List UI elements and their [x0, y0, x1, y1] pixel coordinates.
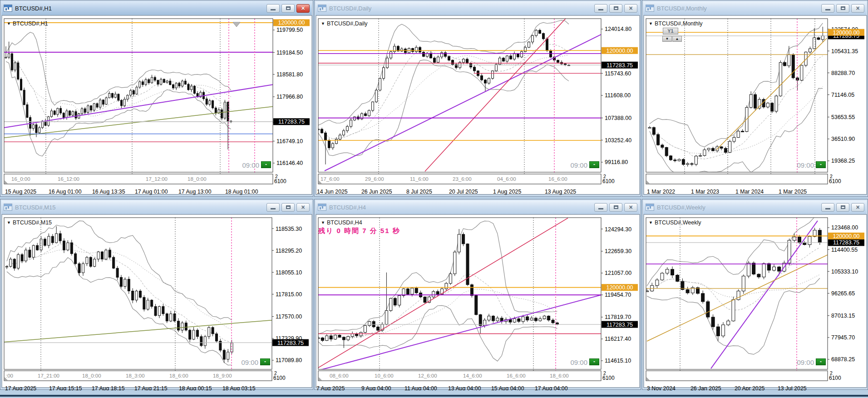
ea-minimize-chip[interactable]: -: [260, 358, 270, 365]
window-titlebar[interactable]: BTCUSD#,H4 ×: [316, 200, 640, 214]
minimize-button[interactable]: [266, 4, 280, 13]
minimize-button[interactable]: [821, 203, 834, 212]
y-axis-label: 117819.70: [605, 314, 631, 320]
ea-minimize-chip[interactable]: -: [589, 161, 599, 168]
maximize-icon: [286, 205, 291, 209]
y-axis-label: 88288.70: [831, 70, 855, 76]
subwindow-time-label: 18_0:00: [187, 176, 207, 182]
arrow-up-button[interactable]: ▲: [672, 36, 682, 42]
ea-minimize-chip[interactable]: -: [816, 161, 826, 168]
minimize-icon: [271, 208, 276, 209]
subwindow-time-label: 16_6:00: [507, 373, 526, 378]
maximize-button[interactable]: [836, 203, 849, 212]
window-titlebar[interactable]: BTCUSD#,Weekly ×: [643, 200, 867, 214]
close-button[interactable]: ×: [624, 4, 637, 13]
x-axis-label: 17 Aug 04:00: [535, 385, 568, 390]
window-title: BTCUSD#,Monthly: [657, 5, 819, 12]
chevron-down-icon: ▼: [321, 21, 325, 26]
session-time-label: 09:00: [782, 161, 814, 169]
maximize-button[interactable]: [609, 203, 622, 212]
y-axis-label: 117966.80: [276, 94, 303, 100]
maximize-button[interactable]: [609, 4, 622, 13]
maximize-button[interactable]: [836, 4, 849, 13]
y-axis-label: 121057.00: [605, 270, 631, 276]
y-axis-label: 119799.50: [276, 27, 303, 33]
minimize-button[interactable]: [821, 4, 834, 13]
price-marker: 117283.75: [828, 239, 864, 246]
minimize-button[interactable]: [266, 203, 280, 212]
subwindow-time-label: 10_6:00: [375, 373, 394, 378]
chart-canvas-weekly[interactable]: 123468.00114400.55105333.1096265.6587013…: [642, 199, 868, 390]
subwindow-time-label: 29_6:00: [365, 176, 384, 182]
x-axis-label: 16 Aug 01:00: [49, 189, 82, 195]
y-axis-label: 107388.00: [605, 115, 631, 121]
subwindow-scale-min: 6100: [273, 375, 286, 381]
y-axis-label: 71146.05: [831, 92, 854, 98]
symbol-label[interactable]: ▼BTCUSD#,H4: [321, 219, 362, 226]
close-button[interactable]: ×: [296, 203, 310, 212]
symbol-label[interactable]: ▼BTCUSD#,Monthly: [649, 20, 703, 27]
svg-text:120000.00: 120000.00: [278, 20, 305, 26]
window-titlebar[interactable]: BTCUSD#,Monthly ×: [643, 1, 867, 15]
y-axis-label: 124014.80: [605, 26, 631, 32]
window-titlebar[interactable]: BTCUSD#,M15 ×: [1, 200, 312, 214]
symbol-label[interactable]: ▼BTCUSD#,M15: [7, 219, 52, 226]
symbol-label[interactable]: ▼BTCUSD#,Daily: [321, 20, 368, 27]
x-axis-label: 16 Aug 13:35: [92, 189, 125, 195]
subwindow-time-label: 12_6:00: [418, 373, 437, 378]
x-axis-label: 17 Aug 2025: [5, 385, 36, 390]
minimize-button[interactable]: [594, 4, 607, 13]
session-time-label: 09:00: [227, 161, 259, 169]
x-axis-label: 3 Nov 2024: [647, 385, 676, 390]
close-icon: ×: [301, 204, 305, 210]
subwindow-time-label: 17_21:00: [38, 373, 59, 378]
window-titlebar[interactable]: BTCUSD#,Daily ×: [316, 1, 640, 15]
chart-window-icon: [318, 5, 326, 12]
ea-minimize-chip[interactable]: -: [261, 161, 271, 168]
arrow-down-button[interactable]: ▼: [662, 36, 672, 42]
maximize-button[interactable]: [281, 4, 295, 13]
workspace-bottom-edge: [0, 395, 868, 397]
session-time-label: 09:00: [227, 358, 258, 366]
price-marker: 120000.00: [828, 233, 864, 239]
subwindow-time-label: 11_6:00: [410, 176, 429, 182]
close-button[interactable]: ×: [296, 4, 310, 13]
subwindow-scale-min: 6100: [829, 178, 841, 184]
subwindow-time-label: 23_6:00: [453, 176, 472, 182]
chart-window-weekly: 123468.00114400.55105333.1096265.6587013…: [642, 199, 868, 390]
ea-minimize-chip[interactable]: -: [589, 358, 599, 365]
chart-window-icon: [646, 204, 654, 211]
svg-text:120000.00: 120000.00: [606, 284, 633, 291]
x-axis-label: 17 Aug 21:15: [134, 385, 168, 390]
y-axis-label: 118055.10: [276, 269, 302, 276]
ea-minimize-chip[interactable]: -: [816, 358, 826, 365]
y1-indicator-button[interactable]: Y1: [663, 28, 678, 35]
y-axis-label: 122659.30: [605, 248, 631, 254]
subwindow-time-label: 17_12:00: [146, 176, 168, 182]
x-axis-label: 1 Mar 2022: [647, 189, 675, 195]
price-marker: 120000.00: [828, 29, 864, 36]
subwindow-time-label: 18_3:00: [126, 373, 145, 378]
svg-text:117283.75: 117283.75: [278, 119, 305, 125]
chevron-down-icon: ▼: [649, 220, 653, 225]
svg-text:117283.75: 117283.75: [607, 322, 633, 328]
close-button[interactable]: ×: [851, 4, 864, 13]
symbol-label[interactable]: ▼BTCUSD#,Weekly: [649, 219, 701, 226]
symbol-label[interactable]: ▼BTCUSD#,H1: [7, 20, 48, 27]
x-axis-label: 1 Aug 2025: [493, 189, 521, 195]
maximize-button[interactable]: [281, 203, 295, 212]
close-button[interactable]: ×: [624, 203, 637, 212]
window-titlebar[interactable]: BTCUSD#,H1 ×: [1, 1, 312, 15]
svg-text:120000.00: 120000.00: [606, 48, 633, 54]
x-axis-label: 13 Jul 2025: [778, 385, 807, 390]
subwindow-time-label: 16_0:00: [11, 176, 30, 182]
y-axis-label: 116749.10: [276, 138, 303, 144]
y-axis-label: 53653.55: [831, 114, 855, 120]
subwindow-time-label: 16_6:00: [548, 176, 567, 182]
y-axis-label: 123468.00: [831, 224, 858, 231]
close-button[interactable]: ×: [851, 203, 864, 212]
minimize-button[interactable]: [594, 203, 607, 212]
y-axis-label: 111608.00: [605, 92, 631, 99]
mt4-desktop: { "icons": {"dropdown":"▼","up_arrow":"▲…: [0, 0, 868, 398]
subwindow-time-label: :00: [6, 373, 13, 378]
